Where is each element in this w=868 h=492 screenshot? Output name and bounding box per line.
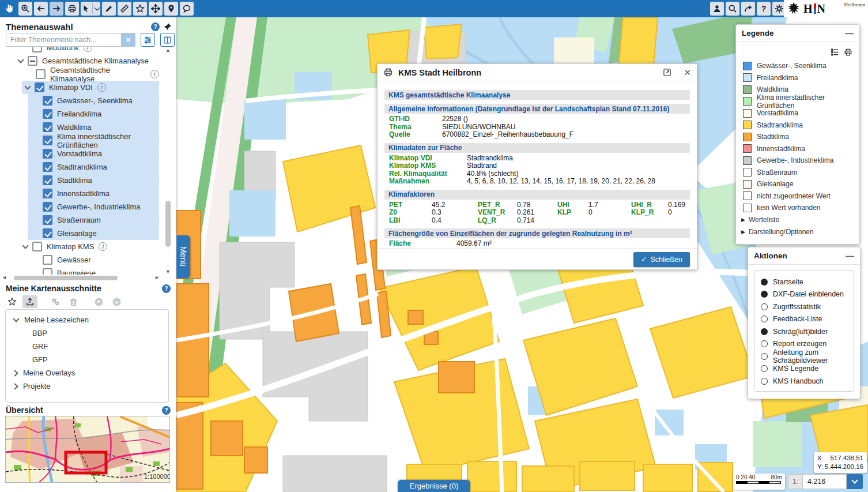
checkbox-checked-icon[interactable] — [43, 175, 52, 185]
clear-filter-icon[interactable]: ✕ — [121, 33, 135, 47]
checkbox-icon[interactable] — [43, 255, 52, 265]
checkbox-icon[interactable] — [32, 242, 42, 251]
help-icon[interactable]: ? — [162, 284, 171, 293]
scroll-right-icon[interactable]: ► — [154, 275, 160, 280]
tree-item-gewaesser-seenklima[interactable]: Gewässer-, Seenklima — [28, 94, 159, 107]
pin-icon[interactable] — [163, 22, 172, 31]
list-item-projekte[interactable]: Projekte — [6, 380, 168, 393]
checkbox-checked-icon[interactable] — [43, 162, 52, 172]
scale-dropdown-button[interactable] — [847, 474, 863, 489]
delete-button[interactable] — [66, 295, 81, 308]
scale-input[interactable] — [803, 474, 847, 489]
expand-icon[interactable] — [663, 68, 671, 77]
action-startseite[interactable]: Startseite — [754, 276, 854, 288]
checkbox-checked-icon[interactable] — [43, 109, 52, 119]
user-button[interactable] — [710, 2, 724, 16]
tree-item-gewaesser[interactable]: Gewässer — [0, 253, 159, 266]
move-up-button[interactable] — [91, 295, 106, 308]
info-icon[interactable]: i — [150, 70, 159, 78]
tree-item-baumwiese[interactable]: Baumwiese — [0, 266, 159, 275]
scroll-left-icon[interactable]: ◄ — [2, 275, 7, 280]
checkbox-checked-icon[interactable] — [43, 189, 52, 198]
tree-item-stadtrandklima[interactable]: Stadtrandklima — [28, 160, 159, 174]
checkbox-checked-icon[interactable] — [43, 122, 52, 132]
measure-button[interactable] — [118, 2, 131, 16]
minimize-icon[interactable]: — — [846, 251, 854, 261]
help-icon[interactable]: ? — [162, 406, 171, 415]
tree-item-klimatop-kms[interactable]: Klimatop KMSi — [0, 240, 159, 253]
action-dxf[interactable]: DXF-Datei einblenden — [754, 288, 854, 301]
forward-button[interactable] — [50, 2, 63, 16]
list-item-grf[interactable]: GRF — [6, 340, 168, 353]
favorites-button[interactable] — [133, 2, 147, 16]
tree-item-gruenflaechen[interactable]: Klima innerstädtischer Grünflächen — [28, 134, 159, 147]
close-button[interactable]: ✓Schließen — [633, 252, 690, 267]
comment-button[interactable] — [180, 2, 194, 16]
list-item-bbp[interactable]: BBP — [6, 326, 168, 340]
marker-button[interactable] — [164, 2, 178, 16]
tree-horizontal-scrollbar[interactable]: ◄► — [0, 275, 161, 282]
tree-item-mobilfunk[interactable]: Mobilfunki — [0, 47, 159, 54]
filter-options-button[interactable] — [141, 33, 155, 47]
checkbox-icon[interactable] — [43, 268, 52, 275]
action-anleitung[interactable]: Anleitung zum Schrägbildviewer — [754, 350, 854, 363]
info-icon[interactable]: i — [99, 242, 107, 251]
zoom-in-button[interactable] — [18, 2, 32, 16]
checkbox-indeterminate-icon[interactable] — [28, 56, 37, 66]
chevron-right-icon[interactable] — [12, 383, 18, 389]
print-button[interactable] — [65, 2, 79, 16]
results-tab[interactable]: Ergebnisse (0) — [398, 480, 470, 492]
scrollbar-thumb[interactable] — [165, 201, 171, 247]
darstellung-toggle[interactable]: ▶Darstellung/Optionen — [736, 226, 859, 238]
info-icon[interactable]: i — [97, 83, 106, 92]
checkbox-checked-icon[interactable] — [43, 149, 52, 159]
info-icon[interactable]: i — [84, 47, 92, 52]
list-item-gfp[interactable]: GFP — [6, 353, 168, 366]
chevron-down-icon[interactable] — [95, 5, 100, 11]
share-button[interactable] — [741, 2, 755, 16]
menu-tab[interactable]: Menü — [176, 235, 190, 278]
checkbox-checked-icon[interactable] — [43, 215, 52, 225]
print-icon[interactable] — [383, 67, 393, 77]
chevron-down-icon[interactable] — [13, 316, 19, 322]
minimize-icon[interactable]: — — [845, 28, 854, 38]
filter-input[interactable] — [6, 33, 121, 47]
select-tool-button[interactable] — [81, 2, 100, 16]
list-item-overlays[interactable]: Meine Overlays — [6, 366, 168, 380]
tree-item-stadtklima[interactable]: Stadtklima — [28, 174, 159, 187]
checkbox-icon[interactable] — [36, 69, 46, 79]
print-icon[interactable] — [844, 48, 852, 57]
scroll-down-icon[interactable]: ▼ — [164, 269, 172, 275]
draw-button[interactable] — [102, 2, 116, 16]
tree-item-gewerbe-industrieklima[interactable]: Gewerbe-, Industrieklima — [28, 200, 159, 213]
help-button[interactable]: ? — [757, 2, 771, 16]
tree-item-gleisanlage[interactable]: Gleisanlage — [28, 227, 159, 240]
action-kms-handbuch[interactable]: KMS Handbuch — [754, 375, 854, 388]
tree-item-strassenraum[interactable]: Straßenraum — [28, 213, 159, 227]
back-button[interactable] — [34, 2, 48, 16]
chevron-down-icon[interactable] — [22, 242, 28, 249]
layout-columns-button[interactable] — [160, 33, 175, 47]
favorite-button[interactable] — [5, 295, 20, 308]
action-zugriffsstatistik[interactable]: Zugriffsstatistik — [754, 301, 854, 313]
hand-tool-icon[interactable] — [2, 1, 17, 16]
move-button[interactable] — [149, 2, 163, 16]
close-icon[interactable]: ✕ — [684, 67, 691, 78]
settings-button[interactable] — [48, 295, 63, 308]
checkbox-checked-icon[interactable] — [35, 82, 44, 92]
werteliste-toggle[interactable]: ▶Werteliste — [736, 214, 859, 226]
checkbox-checked-icon[interactable] — [43, 228, 52, 238]
checkbox-checked-icon[interactable] — [43, 202, 52, 212]
overview-map[interactable]: 1:100000 — [5, 416, 170, 483]
scrollbar-thumb[interactable] — [14, 276, 118, 280]
scroll-up-icon[interactable]: ▲ — [164, 47, 172, 53]
action-feedback[interactable]: Feedback-Liste — [754, 313, 854, 326]
tree-item-innenstadtklima[interactable]: Innenstadtklima — [28, 187, 159, 200]
help-icon[interactable]: ? — [151, 22, 160, 31]
tree-item-gesamtklimaanalyse-layer[interactable]: Gesamtstädtische Klimaanalysei — [0, 67, 159, 81]
move-down-button[interactable] — [109, 295, 124, 308]
chevron-right-icon[interactable] — [12, 370, 18, 376]
tree-vertical-scrollbar[interactable]: ▲▼ — [164, 47, 172, 275]
search-button[interactable] — [726, 2, 739, 16]
checkbox-checked-icon[interactable] — [43, 136, 52, 145]
